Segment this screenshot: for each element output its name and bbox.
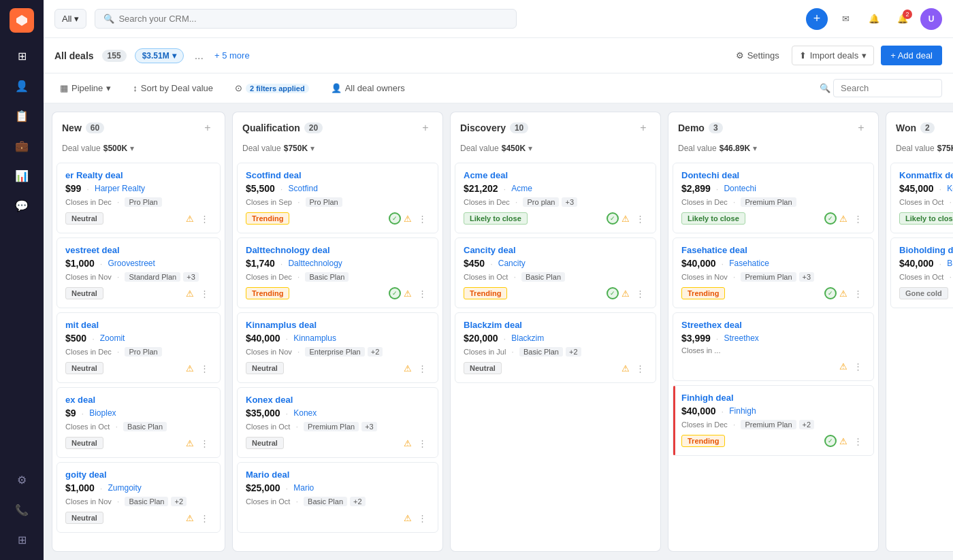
more-options-icon[interactable]: ⋮ (415, 510, 430, 525)
sidebar-item-activities[interactable]: 📋 (10, 103, 34, 128)
sidebar-item-phone[interactable]: 📞 (10, 497, 34, 522)
card-title: Dontechi deal (681, 170, 865, 180)
sidebar-item-contacts[interactable]: 👤 (10, 73, 34, 98)
mail-icon[interactable]: ✉ (835, 8, 856, 30)
more-options-icon[interactable]: ⋮ (415, 286, 430, 301)
deal-card[interactable]: Bioholding deal $40,000 · Bioh... Closes… (890, 237, 953, 308)
card-company: Dalttechnology (288, 259, 342, 268)
card-amount-row: $1,000 · Groovestreet (65, 258, 212, 269)
board-search-input[interactable] (833, 79, 942, 97)
deal-card[interactable]: Konex deal $35,000 · Konex Closes in Oct… (237, 387, 438, 458)
card-date-row: Closes in Nov · Standard Plan+3 (65, 271, 212, 282)
search-input[interactable] (118, 14, 508, 24)
deal-value-chevron[interactable]: ▾ (310, 144, 314, 153)
column-add-new[interactable]: + (200, 120, 215, 135)
deal-card[interactable]: vestreet deal $1,000 · Groovestreet Clos… (56, 237, 221, 308)
sidebar-item-settings[interactable]: ⚙ (10, 467, 34, 492)
add-deal-button[interactable]: + Add deal (881, 46, 942, 65)
card-date-row: Closes in Oct · Basic Plan (464, 271, 647, 282)
deal-tag: Neutral (65, 212, 103, 225)
add-button[interactable]: + (806, 8, 828, 30)
deal-card[interactable]: mit deal $500 · Zoomit Closes in Dec · P… (56, 312, 221, 383)
sidebar-item-deals[interactable]: 💼 (10, 133, 34, 158)
bell-icon[interactable]: 🔔 (863, 8, 885, 30)
card-footer-actions: ✓ ⚠ ⋮ (824, 286, 865, 301)
card-footer-actions: ✓ ⚠ ⋮ (389, 286, 430, 301)
deal-card[interactable]: Acme deal $21,202 · Acme Closes in Dec ·… (455, 163, 656, 233)
more-options-icon[interactable]: ⋮ (197, 510, 212, 525)
filters-button[interactable]: ⊙ 2 filters applied (229, 80, 314, 96)
deal-card[interactable]: goity deal $1,000 · Zumgoity Closes in N… (56, 462, 221, 533)
deal-card[interactable]: Dalttechnology deal $1,740 · Dalttechnol… (237, 237, 438, 308)
app-logo[interactable] (10, 8, 34, 33)
add-filter-button[interactable]: + 5 more (214, 50, 250, 61)
card-title: ex deal (65, 395, 212, 405)
more-options-icon[interactable]: ⋮ (632, 211, 647, 226)
deal-value-chevron[interactable]: ▾ (753, 144, 757, 153)
card-company: Finhigh (729, 406, 756, 416)
settings-button[interactable]: ⚙ Settings (730, 48, 785, 63)
column-add-discovery[interactable]: + (636, 120, 651, 135)
more-options-icon[interactable]: ⋮ (415, 435, 430, 450)
card-amount: $40,000 (246, 333, 280, 344)
pipeline-button[interactable]: ▦ Pipeline ▾ (54, 80, 116, 96)
cards-container-won: Konmatfix deal $45,000 · Konm... Closes … (886, 159, 953, 552)
all-dropdown[interactable]: All ▾ (54, 9, 86, 29)
column-value-discovery: Deal value $450K ▾ (450, 144, 661, 159)
card-footer: ⚠ ⋮ (246, 510, 430, 525)
deal-card[interactable]: Blackzim deal $20,000 · Blackzim Closes … (455, 312, 656, 383)
deal-card[interactable]: ex deal $9 · Bioplex Closes in Oct · Bas… (56, 387, 221, 458)
deal-card[interactable]: Kinnamplus deal $40,000 · Kinnamplus Clo… (237, 312, 438, 383)
subheader: All deals 155 $3.51M ▾ ... + 5 more ⚙ Se… (44, 38, 953, 73)
card-amount: $21,202 (464, 183, 498, 194)
avatar[interactable]: U (920, 8, 942, 30)
sidebar-item-grid[interactable]: ⊞ (10, 527, 34, 552)
deal-card[interactable]: Scotfind deal $5,500 · Scotfind Closes i… (237, 163, 438, 233)
more-options-icon[interactable]: ⋮ (197, 211, 212, 226)
deal-card[interactable]: Cancity deal $450 · Cancity Closes in Oc… (455, 237, 656, 308)
sidebar-item-home[interactable]: ⊞ (10, 44, 34, 68)
plan-extra: +2 (350, 497, 366, 506)
more-options-icon[interactable]: ⋮ (850, 433, 865, 448)
plan-extra: +3 (562, 197, 577, 207)
card-date-row: Closes in Oct · Ba... (899, 197, 953, 207)
more-options-icon[interactable]: ⋮ (415, 361, 430, 376)
card-footer: Trending ✓ ⚠ ⋮ (246, 211, 430, 226)
more-button[interactable]: ... (192, 47, 206, 65)
sidebar: ⊞ 👤 📋 💼 📊 💬 ⚙ 📞 ⊞ (0, 0, 44, 560)
more-options-icon[interactable]: ⋮ (850, 286, 865, 301)
deal-card[interactable]: Finhigh deal $40,000 · Finhigh Closes in… (673, 385, 874, 456)
import-button[interactable]: ⬆ Import deals ▾ (792, 46, 875, 65)
sidebar-item-messages[interactable]: 💬 (10, 193, 34, 218)
deal-card[interactable]: Streethex deal $3,999 · Streethex Closes… (673, 312, 874, 381)
more-options-icon[interactable]: ⋮ (197, 286, 212, 301)
deal-value-chevron[interactable]: ▾ (528, 144, 532, 153)
deal-card[interactable]: Mario deal $25,000 · Mario Closes in Oct… (237, 462, 438, 533)
sidebar-item-reports[interactable]: 📊 (10, 163, 34, 188)
more-options-icon[interactable]: ⋮ (632, 361, 647, 376)
card-amount-row: $40,000 · Bioh... (899, 258, 953, 269)
deals-value-badge[interactable]: $3.51M ▾ (135, 48, 184, 63)
more-options-icon[interactable]: ⋮ (415, 211, 430, 226)
more-options-icon[interactable]: ⋮ (850, 359, 865, 374)
deal-card[interactable]: Dontechi deal $2,899 · Dontechi Closes i… (673, 163, 874, 233)
more-options-icon[interactable]: ⋮ (632, 286, 647, 301)
card-footer: Neutral ⚠ ⋮ (246, 361, 430, 376)
owners-button[interactable]: 👤 All deal owners (325, 80, 410, 96)
cards-container-qualification: Scotfind deal $5,500 · Scotfind Closes i… (232, 159, 443, 552)
deal-card[interactable]: er Realty deal $99 · Harper Realty Close… (56, 163, 221, 233)
deal-card[interactable]: Konmatfix deal $45,000 · Konm... Closes … (890, 163, 953, 233)
column-add-qualification[interactable]: + (418, 120, 433, 135)
deal-card[interactable]: Fasehatice deal $40,000 · Fasehatice Clo… (673, 237, 874, 308)
board-search: 🔍 (820, 79, 942, 97)
column-add-demo[interactable]: + (854, 120, 869, 135)
deal-value-chevron[interactable]: ▾ (130, 144, 134, 153)
import-icon: ⬆ (799, 50, 807, 61)
more-options-icon[interactable]: ⋮ (850, 211, 865, 226)
sort-button[interactable]: ↕ Sort by Deal value (127, 80, 219, 96)
card-plan: Premium Plan (741, 272, 796, 282)
more-options-icon[interactable]: ⋮ (197, 361, 212, 376)
more-options-icon[interactable]: ⋮ (197, 435, 212, 450)
kanban-board: New 60 + Deal value $500K ▾ er Realty de… (44, 103, 953, 560)
notification-bell-icon[interactable]: 🔔 2 (892, 8, 914, 30)
